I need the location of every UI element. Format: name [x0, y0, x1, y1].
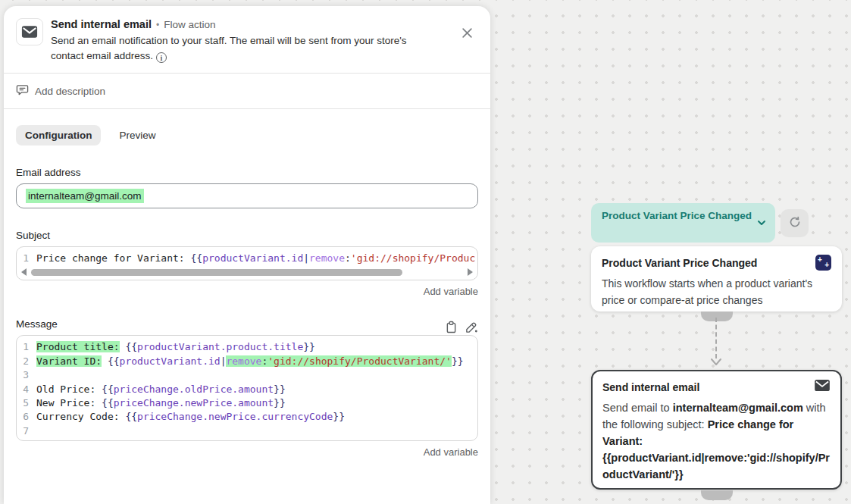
info-icon[interactable]: i — [156, 52, 167, 63]
subject-code: Price change for Variant: {{productVaria… — [36, 252, 475, 265]
subject-label: Subject — [16, 230, 478, 241]
email-icon — [814, 379, 831, 395]
tab-preview[interactable]: Preview — [110, 125, 164, 146]
flow-editor: { "panel": { "header": { "title": "Send … — [0, 0, 851, 504]
code-line: 6Currency Code: {{priceChange.newPrice.c… — [17, 410, 477, 424]
email-app-icon — [16, 18, 43, 45]
trigger-card[interactable]: Product Variant Price Changed ++ This wo… — [591, 246, 842, 311]
code-line: 5New Price: {{priceChange.newPrice.amoun… — [17, 396, 477, 410]
comment-edit-icon — [16, 83, 29, 99]
email-address-label: Email address — [16, 167, 478, 178]
code-line: 7 — [17, 424, 477, 438]
subject-add-variable-link[interactable]: Add variable — [16, 286, 478, 297]
ink-pen-icon[interactable] — [465, 321, 478, 333]
add-description-label: Add description — [35, 86, 105, 97]
trigger-selector[interactable]: Product Variant Price Changed — [591, 203, 775, 243]
divider — [4, 108, 490, 109]
trigger-card-description: This workflow starts when a product vari… — [602, 276, 831, 308]
connector-handle-top — [701, 311, 733, 321]
connector-dashed-line — [715, 318, 717, 358]
tab-configuration[interactable]: Configuration — [16, 125, 101, 146]
code-line: 2Variant ID: {{productVariant.id|remove:… — [17, 355, 477, 368]
trigger-selector-label: Product Variant Price Changed — [602, 210, 752, 221]
title-separator: • — [156, 20, 159, 30]
scrollbar-track[interactable] — [31, 269, 463, 276]
action-card-selected[interactable]: Send internal email Send email to intern… — [591, 370, 842, 490]
panel-title: Send internal email — [51, 18, 152, 30]
action-card-title: Send internal email — [602, 381, 699, 393]
app-plus-icon: ++ — [815, 255, 831, 271]
trigger-card-title: Product Variant Price Changed — [602, 257, 757, 269]
code-line: 1Product title: {{productVariant.product… — [17, 340, 477, 354]
action-card-summary: Send email to internalteam@gmail.com wit… — [602, 399, 831, 483]
connector-handle-bottom — [701, 490, 733, 500]
panel-header: Send internal email • Flow action Send a… — [4, 6, 490, 73]
code-line: 3 — [17, 368, 477, 382]
message-editor[interactable]: 1Product title: {{productVariant.product… — [16, 335, 478, 441]
close-icon[interactable] — [458, 24, 475, 41]
scrollbar-thumb[interactable] — [31, 269, 402, 276]
message-add-variable-link[interactable]: Add variable — [16, 446, 478, 458]
refresh-icon — [788, 215, 802, 232]
line-number: 1 — [17, 252, 36, 265]
action-config-panel: Send internal email • Flow action Send a… — [4, 6, 490, 504]
code-line: 4Old Price: {{priceChange.oldPrice.amoun… — [17, 383, 477, 396]
chevron-down-icon — [756, 218, 767, 232]
scroll-left-icon[interactable] — [21, 268, 27, 276]
add-description-button[interactable]: Add description — [4, 74, 490, 108]
email-address-input[interactable]: internalteam@gmail.com — [16, 183, 478, 208]
message-label: Message — [16, 318, 58, 330]
horizontal-scrollbar[interactable] — [17, 267, 477, 280]
connector-arrow-icon — [710, 356, 722, 370]
refresh-button[interactable] — [781, 209, 809, 237]
email-address-value: internalteam@gmail.com — [26, 189, 144, 203]
scroll-right-icon[interactable] — [468, 268, 473, 276]
copy-icon[interactable] — [446, 321, 457, 333]
subject-editor[interactable]: 1 Price change for Variant: {{productVar… — [16, 246, 478, 280]
flow-action-label: Flow action — [164, 19, 215, 30]
panel-description: Send an email notification to your staff… — [51, 33, 433, 64]
panel-tabs: Configuration Preview — [16, 125, 478, 146]
